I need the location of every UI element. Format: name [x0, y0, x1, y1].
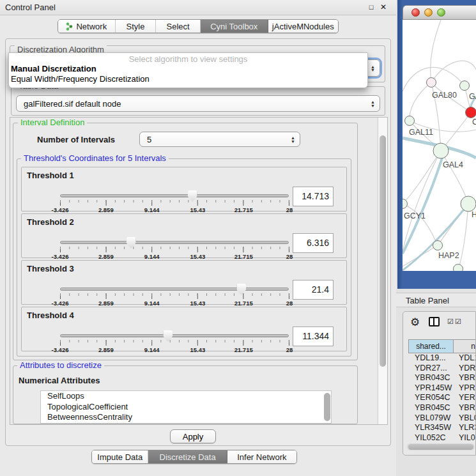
table-row[interactable]: YDL19...YDL1: [408, 353, 476, 364]
control-panel: Control Panel □ ✕ Network Style Select C…: [0, 0, 396, 476]
cell-name[interactable]: YDL1: [453, 353, 476, 364]
table-row[interactable]: YDR27...YDR2: [408, 364, 476, 374]
gear-icon[interactable]: ⚙: [410, 316, 420, 329]
slider-track[interactable]: [60, 194, 289, 197]
cell-name[interactable]: YLR3: [453, 423, 476, 433]
threshold-value-field[interactable]: 14.713: [293, 187, 334, 206]
zoom-traffic-light[interactable]: [437, 8, 445, 17]
network-tab-icon: [66, 22, 73, 31]
table-row[interactable]: YLR345WYLR3: [408, 423, 476, 433]
tick-label: 15.43: [190, 253, 206, 260]
table-row[interactable]: YIL052CYIL0: [408, 433, 476, 443]
apply-button[interactable]: Apply: [170, 429, 216, 443]
cell-shared-name[interactable]: YER054C: [408, 393, 453, 403]
cell-shared-name[interactable]: YPR145W: [408, 383, 453, 394]
tab-discretize-data[interactable]: Discretize Data: [148, 450, 227, 463]
node-gcy1[interactable]: [403, 199, 408, 209]
vertical-scrollbar[interactable]: [378, 118, 387, 424]
threshold-value-field[interactable]: 21.4: [293, 280, 334, 300]
tab-infer-network[interactable]: Infer Network: [227, 450, 296, 463]
node-gal11[interactable]: [405, 116, 415, 126]
table-row[interactable]: YER054CYER0: [408, 393, 476, 403]
popup-option-equal-width[interactable]: Equal Width/Frequency Discretization: [9, 74, 367, 84]
checkbox-icon[interactable]: ☑: [447, 318, 454, 326]
network-window-titlebar[interactable]: [403, 5, 476, 20]
cell-shared-name[interactable]: YBR043C: [408, 373, 453, 383]
stepper-icon: ▲▼: [291, 136, 295, 143]
threshold-slider[interactable]: -3.4262.8599.14415.4321.71528: [60, 330, 289, 352]
cell-name[interactable]: YBR0: [453, 373, 476, 383]
slider-track[interactable]: [60, 288, 289, 291]
cell-name[interactable]: YPR1: [453, 383, 476, 394]
popup-option-manual[interactable]: Manual Discretization: [9, 64, 367, 74]
cell-name[interactable]: YDR2: [453, 364, 476, 374]
cell-name[interactable]: YIL0: [453, 433, 476, 443]
checkbox-icon[interactable]: ☑: [455, 318, 461, 326]
close-traffic-light[interactable]: [411, 8, 420, 17]
node-selected-red[interactable]: [466, 107, 476, 118]
threshold-label: Threshold 2: [27, 217, 74, 227]
tab-jactivemnodules[interactable]: jActiveMNodules: [268, 20, 339, 33]
table-row[interactable]: YBR045CYBR0: [408, 403, 476, 413]
scrollbar-thumb[interactable]: [408, 444, 473, 450]
slider-ticks: [60, 200, 289, 206]
column-header-name[interactable]: na: [453, 339, 476, 353]
horizontal-scrollbar[interactable]: [407, 443, 475, 450]
table-row[interactable]: YBL079WYBL0: [408, 413, 476, 424]
table-row[interactable]: YBR043CYBR0: [408, 373, 476, 383]
node-gal80[interactable]: [427, 78, 436, 88]
column-header-shared-name[interactable]: shared...: [408, 339, 453, 353]
tab-select[interactable]: Select: [156, 20, 201, 33]
node[interactable]: [461, 196, 476, 211]
table-header-row: shared... na: [408, 339, 476, 353]
cell-shared-name[interactable]: YBR045C: [408, 403, 453, 413]
scrollbar-thumb[interactable]: [380, 135, 386, 367]
node-gal4[interactable]: [433, 143, 449, 158]
cell-shared-name[interactable]: YBL079W: [408, 413, 453, 424]
tab-cyni-toolbox[interactable]: Cyni Toolbox: [201, 20, 268, 33]
slider-track[interactable]: [60, 334, 289, 337]
threshold-slider[interactable]: -3.4262.8599.14415.4321.71528: [60, 237, 289, 259]
threshold-slider[interactable]: -3.4262.8599.14415.4321.71528: [60, 284, 289, 305]
cell-shared-name[interactable]: YLR345W: [408, 423, 453, 433]
num-intervals-combobox[interactable]: 5 ▲▼: [139, 132, 300, 147]
minimize-traffic-light[interactable]: [424, 8, 433, 17]
settings-scrollpane: Interval Definition Number of Intervals …: [10, 117, 388, 425]
algorithm-dropdown-popup: Select algorithm to view settings Manual…: [8, 52, 368, 88]
attribute-list-item[interactable]: TopologicalCoefficient: [41, 402, 331, 413]
network-canvas[interactable]: GAL80 GA C GAL11 GAL4 GCY1 H HAP2: [403, 20, 476, 271]
float-window-icon[interactable]: □: [366, 2, 376, 12]
table-data-combobox[interactable]: galFiltered.sif default node ▲▼: [16, 95, 380, 112]
list-scrollbar-thumb[interactable]: [324, 393, 330, 421]
table-row[interactable]: YPR145WYPR1: [408, 383, 476, 394]
tab-impute-data[interactable]: Impute Data: [92, 450, 148, 463]
tick-label: 9.144: [144, 346, 160, 353]
tick-label: 2.859: [98, 206, 114, 213]
cell-shared-name[interactable]: YIL052C: [408, 433, 453, 443]
tab-network[interactable]: Network: [58, 20, 116, 33]
cell-name[interactable]: YBR0: [453, 403, 476, 413]
threshold-value-field[interactable]: 11.344: [293, 326, 334, 346]
threshold-slider[interactable]: -3.4262.8599.14415.4321.71528: [60, 190, 289, 212]
node[interactable]: [460, 81, 470, 91]
threshold-label: Threshold 4: [27, 311, 74, 320]
node-hap2[interactable]: [433, 241, 443, 250]
numerical-attributes-list[interactable]: SelfLoopsTopologicalCoefficientBetweenne…: [40, 390, 332, 424]
attribute-list-item[interactable]: BetweennessCentrality: [41, 412, 331, 423]
cell-shared-name[interactable]: YDL19...: [408, 353, 453, 364]
cell-name[interactable]: YER0: [453, 393, 476, 403]
tick-labels: -3.4262.8599.14415.4321.71528: [60, 346, 289, 353]
close-icon[interactable]: ✕: [378, 2, 388, 12]
show-columns-icon[interactable]: [429, 317, 440, 326]
tick-label: 2.859: [98, 253, 114, 260]
node[interactable]: [454, 265, 463, 272]
threshold-value-field[interactable]: 6.316: [293, 233, 334, 253]
network-nodes[interactable]: [403, 78, 476, 272]
attribute-list-item[interactable]: SelfLoops: [41, 391, 331, 402]
svg-text:H: H: [472, 210, 476, 219]
node-attribute-table: shared... na YDL19...YDL1YDR27...YDR2YBR…: [408, 339, 476, 444]
cell-shared-name[interactable]: YDR27...: [408, 364, 453, 374]
tab-style[interactable]: Style: [116, 20, 157, 33]
slider-track[interactable]: [60, 241, 289, 244]
cell-name[interactable]: YBL0: [453, 413, 476, 424]
